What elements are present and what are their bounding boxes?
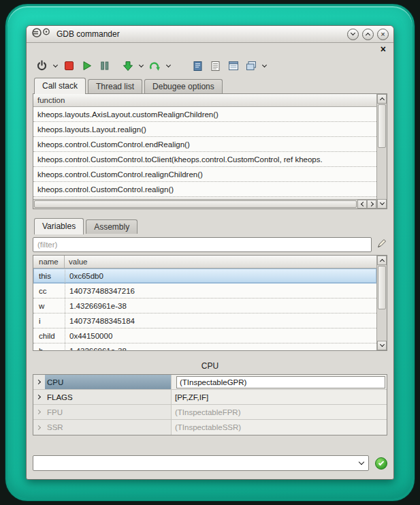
value-column-header[interactable]: value bbox=[65, 256, 376, 268]
chevron-down-icon bbox=[262, 62, 267, 67]
check-icon bbox=[378, 459, 384, 465]
close-button[interactable]: × bbox=[377, 29, 389, 40]
callstack-vertical-scrollbar[interactable] bbox=[376, 94, 387, 209]
memory-window-icon bbox=[228, 61, 239, 71]
variable-row[interactable]: child 0x44150000 bbox=[33, 328, 376, 343]
scroll-left-button[interactable] bbox=[357, 200, 367, 209]
power-icon bbox=[36, 60, 48, 72]
callstack-horizontal-scrollbar[interactable] bbox=[33, 199, 376, 209]
variable-name: cc bbox=[33, 284, 65, 298]
variable-value: 1.43266961e-38 bbox=[65, 343, 376, 350]
variable-row[interactable]: b 1.43266961e-38 bbox=[33, 343, 376, 350]
callstack-row[interactable]: kheops.control.CustomControl.toClient(kh… bbox=[33, 152, 376, 167]
titlebar[interactable]: GDB commander × bbox=[27, 26, 393, 43]
variable-row[interactable]: i 140737488345184 bbox=[33, 313, 376, 328]
scroll-down-button[interactable] bbox=[377, 199, 387, 209]
filter-input[interactable] bbox=[33, 237, 372, 252]
cpu-row-name: SSR bbox=[45, 420, 172, 435]
expand-button[interactable] bbox=[33, 390, 45, 404]
variable-name: this bbox=[33, 269, 65, 283]
callstack-panel: function kheops.layouts.AxisLayout.custo… bbox=[33, 93, 387, 209]
step-over-button[interactable] bbox=[147, 57, 163, 75]
step-into-dropdown-button[interactable] bbox=[138, 57, 145, 75]
power-button[interactable] bbox=[34, 57, 50, 75]
chevron-down-icon bbox=[166, 62, 171, 67]
cpu-row-value-cell: (TInspectableGPR) bbox=[172, 375, 387, 389]
chevron-down-icon bbox=[139, 62, 144, 67]
variable-value: 140737488345184 bbox=[65, 313, 376, 328]
callstack-row[interactable]: kheops.layouts.AxisLayout.customRealignC… bbox=[33, 107, 376, 122]
scroll-right-button[interactable] bbox=[367, 200, 376, 209]
scrollbar-track[interactable] bbox=[377, 149, 387, 199]
chevron-up-icon bbox=[379, 97, 384, 102]
cpu-row[interactable]: FPU (TInspectableFPR) bbox=[33, 405, 387, 420]
callstack-row[interactable]: kheops.control.CustomControl.realignChil… bbox=[33, 167, 376, 182]
cpu-row[interactable]: FLAGS [PF,ZF,IF] bbox=[33, 390, 387, 405]
variable-row[interactable]: w 1.43266961e-38 bbox=[33, 299, 376, 313]
chevron-up-icon bbox=[379, 259, 384, 264]
run-icon bbox=[82, 61, 92, 71]
tab-call-stack[interactable]: Call stack bbox=[34, 78, 86, 94]
clear-filter-button[interactable] bbox=[376, 238, 387, 251]
show-windows-dropdown-button[interactable] bbox=[261, 57, 268, 75]
tab-assembly[interactable]: Assembly bbox=[86, 219, 138, 234]
run-button[interactable] bbox=[79, 57, 95, 75]
tab-thread-list[interactable]: Thread list bbox=[88, 79, 142, 93]
cpu-row[interactable]: CPU (TInspectableGPR) bbox=[33, 375, 387, 390]
app-menu-icon[interactable] bbox=[31, 27, 52, 41]
expand-button[interactable] bbox=[33, 375, 45, 389]
tab-debugee-options[interactable]: Debugee options bbox=[144, 79, 223, 93]
command-combobox[interactable] bbox=[33, 455, 369, 471]
command-input[interactable] bbox=[38, 459, 359, 468]
chevron-down-icon bbox=[379, 200, 384, 205]
variables-panel: name value this 0xc65db0 cc 140737488347… bbox=[33, 255, 387, 351]
minimize-button[interactable] bbox=[347, 29, 359, 40]
variables-vertical-scrollbar[interactable] bbox=[376, 256, 387, 350]
pen-icon bbox=[376, 238, 387, 249]
variable-name: child bbox=[33, 328, 65, 343]
stop-button[interactable] bbox=[61, 57, 77, 75]
show-windows-button[interactable] bbox=[243, 57, 259, 75]
show-list-button[interactable] bbox=[208, 57, 223, 75]
step-over-dropdown-button[interactable] bbox=[165, 57, 172, 75]
chevron-left-icon bbox=[360, 202, 365, 206]
chevron-down-icon bbox=[53, 62, 58, 67]
maximize-button[interactable] bbox=[362, 29, 374, 40]
cpu-value-field[interactable]: (TInspectableGPR) bbox=[176, 376, 385, 388]
callstack-row[interactable]: kheops.control.CustomControl.realign() bbox=[33, 182, 376, 197]
panel-close-button[interactable]: × bbox=[379, 44, 387, 55]
confirm-button[interactable] bbox=[375, 457, 387, 470]
variables-header: name value bbox=[33, 256, 376, 269]
scrollbar-thumb[interactable] bbox=[378, 266, 386, 309]
scroll-down-button[interactable] bbox=[377, 341, 387, 350]
variable-name: b bbox=[33, 343, 65, 350]
scrollbar-thumb[interactable] bbox=[378, 104, 386, 148]
expand-button[interactable] bbox=[33, 420, 45, 435]
power-dropdown-button[interactable] bbox=[52, 57, 59, 75]
pause-button[interactable] bbox=[97, 57, 112, 75]
expand-button[interactable] bbox=[33, 405, 45, 419]
window-title: GDB commander bbox=[56, 29, 344, 39]
step-into-button[interactable] bbox=[120, 57, 135, 75]
name-column-header[interactable]: name bbox=[33, 256, 65, 268]
variable-row[interactable]: cc 140737488347216 bbox=[33, 284, 376, 299]
scroll-up-button[interactable] bbox=[377, 256, 387, 265]
cpu-row-name: CPU bbox=[45, 375, 172, 389]
variable-row[interactable]: this 0xc65db0 bbox=[33, 269, 376, 284]
chevron-down-icon bbox=[351, 31, 355, 35]
tab-variables[interactable]: Variables bbox=[34, 218, 84, 234]
scrollbar-thumb[interactable] bbox=[34, 200, 357, 208]
callstack-row[interactable]: kheops.layouts.Layout.realign() bbox=[33, 122, 376, 137]
variable-value: 140737488347216 bbox=[65, 284, 376, 298]
cpu-row[interactable]: SSR (TInspectableSSR) bbox=[33, 420, 387, 435]
scrollbar-track[interactable] bbox=[377, 310, 387, 341]
list-icon bbox=[210, 61, 221, 72]
open-document-button[interactable] bbox=[190, 57, 206, 75]
callstack-row[interactable]: kheops.control.CustomControl.endRealign(… bbox=[33, 137, 376, 152]
callstack-column-header[interactable]: function bbox=[33, 94, 376, 107]
variable-name: i bbox=[33, 313, 65, 328]
show-memory-button[interactable] bbox=[225, 57, 241, 75]
variable-value: 0x44150000 bbox=[65, 328, 376, 343]
scroll-up-button[interactable] bbox=[377, 94, 387, 104]
filter-row bbox=[33, 237, 387, 252]
